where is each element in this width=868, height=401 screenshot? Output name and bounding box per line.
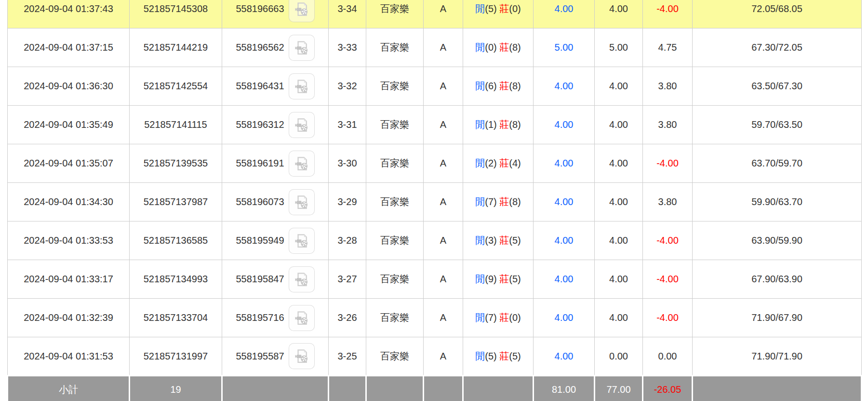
cell-valid-amount: 4.00	[595, 299, 643, 337]
video-playback-icon[interactable]	[289, 151, 315, 177]
bet-amount-value: 4.00	[555, 3, 574, 14]
game-id-wrap: 558195716	[224, 305, 326, 331]
summary-empty-round	[329, 376, 366, 401]
cell-table: A	[424, 260, 463, 299]
cell-balance: 63.90/59.90	[693, 221, 862, 260]
player-result-label: 閒	[475, 158, 485, 168]
game-id-wrap: 558195587	[224, 343, 326, 369]
cell-win-loss: 3.80	[643, 106, 693, 144]
summary-win-loss-total: -26.05	[643, 376, 693, 401]
cell-result: 閒(2) 莊(4)	[463, 144, 534, 183]
player-result-label: 閒	[475, 312, 485, 323]
cell-game-type: 百家樂	[366, 337, 424, 376]
video-playback-icon[interactable]	[289, 266, 315, 292]
video-playback-icon[interactable]	[289, 305, 315, 331]
cell-table: A	[424, 144, 463, 183]
summary-count: 19	[130, 376, 222, 401]
game-id-wrap: 558195847	[224, 266, 326, 292]
video-playback-icon[interactable]	[289, 0, 315, 22]
win-loss-value: -4.00	[656, 3, 679, 14]
player-result-score: (5)	[485, 3, 496, 14]
player-result-score: (2)	[485, 158, 496, 168]
table-row: 2024-09-04 01:36:30521857142554558196431…	[8, 67, 862, 106]
cell-win-loss: -4.00	[643, 221, 693, 260]
game-id-text: 558196073	[236, 196, 284, 207]
banker-result-label: 莊	[499, 42, 509, 53]
cell-table: A	[424, 299, 463, 337]
cell-game-id: 558195716	[222, 299, 329, 337]
cell-time: 2024-09-04 01:34:30	[8, 183, 130, 221]
banker-result-label: 莊	[499, 119, 509, 130]
banker-result-score: (8)	[509, 42, 521, 53]
game-id-text: 558196312	[236, 119, 284, 130]
cell-valid-amount: 4.00	[595, 183, 643, 221]
cell-table: A	[424, 221, 463, 260]
cell-win-loss: -4.00	[643, 144, 693, 183]
cell-time: 2024-09-04 01:32:39	[8, 299, 130, 337]
game-id-text: 558195847	[236, 274, 284, 285]
cell-game-id: 558196431	[222, 67, 329, 106]
video-playback-icon[interactable]	[289, 343, 315, 369]
cell-round: 3-26	[329, 299, 366, 337]
cell-bet-amount: 4.00	[534, 260, 595, 299]
cell-time: 2024-09-04 01:35:49	[8, 106, 130, 144]
cell-table: A	[424, 67, 463, 106]
cell-round: 3-30	[329, 144, 366, 183]
cell-game-type: 百家樂	[366, 0, 424, 28]
player-result-score: (0)	[485, 42, 496, 53]
win-loss-value: 0.00	[658, 351, 677, 361]
table-row: 2024-09-04 01:37:43521857145308558196663…	[8, 0, 862, 28]
video-playback-icon[interactable]	[289, 189, 315, 215]
banker-result-label: 莊	[499, 196, 509, 207]
game-id-text: 558195949	[236, 235, 284, 246]
video-playback-icon[interactable]	[289, 228, 315, 254]
cell-table: A	[424, 183, 463, 221]
table-row: 2024-09-04 01:35:07521857139535558196191…	[8, 144, 862, 183]
summary-empty-table	[424, 376, 463, 401]
cell-valid-amount: 4.00	[595, 260, 643, 299]
player-result-score: (3)	[485, 235, 496, 246]
banker-result-score: (0)	[509, 3, 521, 14]
game-id-wrap: 558196431	[224, 73, 326, 99]
table-body: 2024-09-04 01:37:43521857145308558196663…	[8, 0, 862, 376]
player-result-score: (5)	[485, 351, 496, 361]
bet-history-table-container: 2024-09-04 01:37:43521857145308558196663…	[0, 0, 868, 401]
summary-empty-game-id	[222, 376, 329, 401]
video-playback-icon[interactable]	[289, 73, 315, 99]
banker-result-label: 莊	[499, 235, 509, 246]
cell-balance: 71.90/67.90	[693, 299, 862, 337]
cell-table: A	[424, 0, 463, 28]
table-row: 2024-09-04 01:34:30521857137987558196073…	[8, 183, 862, 221]
player-result-score: (9)	[485, 274, 496, 284]
cell-round: 3-25	[329, 337, 366, 376]
cell-valid-amount: 4.00	[595, 144, 643, 183]
cell-time: 2024-09-04 01:35:07	[8, 144, 130, 183]
player-result-score: (7)	[485, 196, 496, 207]
cell-round: 3-31	[329, 106, 366, 144]
cell-result: 閒(6) 莊(8)	[463, 67, 534, 106]
cell-valid-amount: 5.00	[595, 28, 643, 67]
banker-result-score: (4)	[509, 158, 521, 168]
cell-round: 3-34	[329, 0, 366, 28]
player-result-score: (1)	[485, 119, 496, 130]
banker-result-label: 莊	[499, 274, 509, 284]
cell-result: 閒(0) 莊(8)	[463, 28, 534, 67]
game-id-text: 558196191	[236, 158, 284, 169]
win-loss-value: -4.00	[656, 235, 679, 246]
cell-game-id: 558195587	[222, 337, 329, 376]
cell-game-type: 百家樂	[366, 221, 424, 260]
game-id-text: 558195587	[236, 351, 284, 362]
video-playback-icon[interactable]	[289, 35, 315, 61]
cell-table: A	[424, 106, 463, 144]
banker-result-label: 莊	[499, 351, 509, 361]
cell-bet-amount: 4.00	[534, 299, 595, 337]
banker-result-score: (0)	[509, 312, 521, 323]
win-loss-value: 4.75	[658, 42, 677, 53]
cell-bet-id: 521857145308	[130, 0, 222, 28]
video-playback-icon[interactable]	[289, 112, 315, 138]
cell-balance: 72.05/68.05	[693, 0, 862, 28]
cell-win-loss: 0.00	[643, 337, 693, 376]
banker-result-score: (8)	[509, 81, 521, 91]
cell-bet-id: 521857137987	[130, 183, 222, 221]
player-result-label: 閒	[475, 42, 485, 53]
